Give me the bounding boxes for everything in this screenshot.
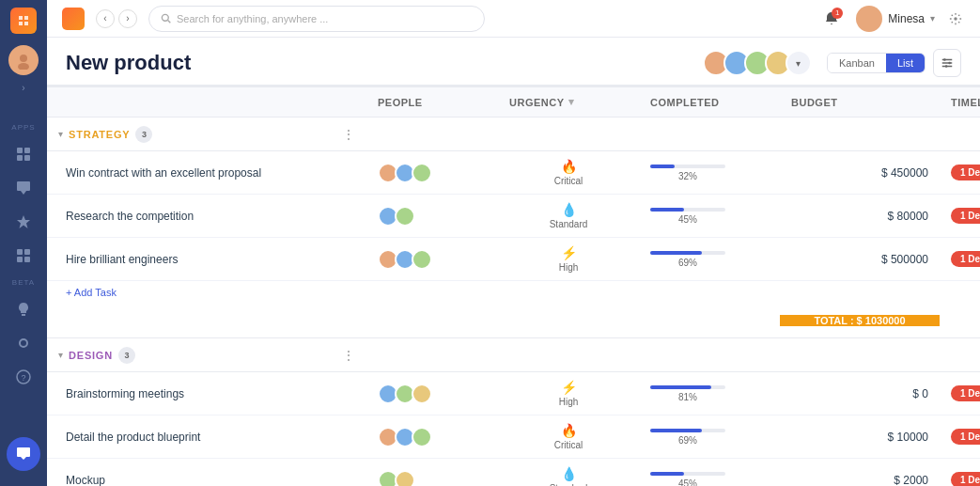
progress-label: 81% bbox=[650, 392, 725, 402]
task-name: Win contract with an excellent proposal bbox=[47, 166, 366, 180]
help-icon[interactable]: ? bbox=[8, 362, 39, 392]
section-chevron-design[interactable]: ▾ bbox=[58, 350, 63, 360]
urgency-icon: ⚡ bbox=[561, 245, 577, 260]
svg-rect-3 bbox=[24, 148, 30, 153]
project-table: PEOPLE URGENCY ▾ COMPLETED BUDGET TIMELI… bbox=[47, 86, 980, 486]
table-row: Win contract with an excellent proposal … bbox=[47, 151, 980, 195]
section-menu-strategy[interactable]: ⋮ bbox=[342, 127, 355, 142]
task-name: Mockup bbox=[47, 474, 366, 487]
topbar-settings-icon[interactable] bbox=[946, 9, 965, 28]
section-count-design: 3 bbox=[118, 347, 135, 364]
task-urgency: 💧 Standard bbox=[498, 466, 639, 486]
section-title-row-strategy: ▾ STRATEGY 3 ⋮ bbox=[47, 118, 980, 151]
task-avatar bbox=[395, 206, 415, 227]
topbar: ‹ › Search for anything, anywhere ... 1 … bbox=[47, 0, 980, 38]
settings-icon[interactable] bbox=[8, 328, 39, 358]
timeline-badge: 1 Dec - 24 Dec bbox=[951, 165, 980, 180]
content-area: PEOPLE URGENCY ▾ COMPLETED BUDGET TIMELI… bbox=[47, 86, 980, 486]
col-urgency: URGENCY ▾ bbox=[498, 96, 639, 108]
chat-icon[interactable] bbox=[8, 173, 39, 203]
timeline-badge: 1 Dec - 31 Jan bbox=[951, 472, 980, 486]
section-strategy: ▾ STRATEGY 3 ⋮ Win contract with an exce… bbox=[47, 118, 980, 338]
table-row: Mockup 💧 Standard 45% $ 2000 1 Dec - 31 … bbox=[47, 459, 980, 486]
task-people bbox=[366, 206, 498, 227]
timeline-badge: 1 Dec - 11 Dec bbox=[951, 429, 980, 445]
task-avatar bbox=[412, 163, 432, 183]
progress-bar-fill bbox=[650, 472, 684, 476]
task-timeline: 1 Dec - 16 Dec bbox=[940, 251, 980, 267]
header-more-members[interactable]: ▾ bbox=[786, 50, 812, 76]
table-row: Research the competition 💧 Standard 45% … bbox=[47, 195, 980, 238]
section-label-design: DESIGN bbox=[69, 350, 113, 361]
lightbulb-icon[interactable] bbox=[8, 294, 39, 324]
search-placeholder: Search for anything, anywhere ... bbox=[177, 13, 328, 24]
task-people bbox=[366, 470, 498, 487]
list-view-button[interactable]: List bbox=[886, 54, 925, 72]
forward-button[interactable]: › bbox=[118, 9, 137, 28]
urgency-label: Standard bbox=[550, 219, 588, 229]
col-timeline: TIMELINE bbox=[940, 97, 980, 108]
chat-bubble-button[interactable] bbox=[7, 437, 40, 471]
svg-point-17 bbox=[948, 62, 951, 65]
task-name: Brainstorming meetings bbox=[47, 387, 366, 400]
sidebar-user-avatar[interactable] bbox=[8, 45, 39, 75]
table-settings-button[interactable] bbox=[933, 49, 961, 77]
star-icon[interactable] bbox=[8, 207, 39, 237]
progress-bar-fill bbox=[650, 251, 702, 255]
progress-bar-bg bbox=[650, 472, 725, 476]
svg-marker-6 bbox=[17, 215, 30, 228]
topbar-logo bbox=[62, 8, 85, 30]
add-task-button[interactable]: + Add Task bbox=[47, 281, 980, 304]
svg-rect-4 bbox=[17, 155, 23, 161]
task-budget: $ 10000 bbox=[780, 431, 940, 444]
notification-button[interactable]: 1 bbox=[818, 6, 845, 32]
task-urgency: 🔥 Critical bbox=[498, 423, 639, 450]
task-timeline: 1 Dec - 3 Dec bbox=[940, 385, 980, 401]
user-avatar bbox=[856, 6, 882, 32]
progress-bar-fill bbox=[650, 429, 702, 432]
page-title: New product bbox=[66, 51, 703, 75]
task-urgency: 💧 Standard bbox=[498, 202, 639, 229]
back-button[interactable]: ‹ bbox=[96, 9, 115, 28]
grid-icon[interactable] bbox=[8, 241, 39, 271]
svg-rect-9 bbox=[17, 257, 23, 262]
search-bar[interactable]: Search for anything, anywhere ... bbox=[148, 6, 485, 32]
task-budget: $ 80000 bbox=[780, 210, 940, 223]
section-menu-design[interactable]: ⋮ bbox=[342, 348, 355, 363]
column-headers: PEOPLE URGENCY ▾ COMPLETED BUDGET TIMELI… bbox=[47, 86, 980, 118]
progress-bar-fill bbox=[650, 165, 675, 168]
svg-point-18 bbox=[945, 65, 948, 68]
progress-label: 69% bbox=[650, 258, 725, 268]
task-timeline: 1 Dec - 24 Dec bbox=[940, 165, 980, 180]
kanban-view-button[interactable]: Kanban bbox=[828, 54, 886, 72]
table-row: Hire brilliant engineers ⚡ High 69% $ 50… bbox=[47, 238, 980, 281]
section-title-row-design: ▾ DESIGN 3 ⋮ bbox=[47, 338, 980, 372]
progress-label: 69% bbox=[650, 435, 725, 446]
timeline-badge: 1 Dec - 15 Dec bbox=[951, 208, 980, 224]
user-name: Minesa bbox=[888, 12, 925, 25]
user-menu[interactable]: Minesa ▾ bbox=[856, 6, 935, 32]
col-people: PEOPLE bbox=[366, 97, 498, 108]
progress-label: 32% bbox=[650, 171, 725, 181]
timeline-badge: 1 Dec - 3 Dec bbox=[951, 385, 980, 401]
urgency-label: High bbox=[559, 262, 579, 273]
task-budget: $ 2000 bbox=[780, 474, 940, 487]
timeline-badge: 1 Dec - 16 Dec bbox=[951, 251, 980, 267]
task-people bbox=[366, 249, 498, 270]
task-completed: 45% bbox=[639, 208, 780, 225]
task-budget: $ 450000 bbox=[780, 166, 940, 180]
svg-rect-7 bbox=[17, 249, 23, 255]
task-urgency: 🔥 Critical bbox=[498, 159, 639, 186]
progress-bar-bg bbox=[650, 208, 725, 212]
progress-bar-bg bbox=[650, 165, 725, 168]
col-budget: BUDGET bbox=[780, 97, 940, 108]
svg-point-16 bbox=[943, 58, 946, 61]
section-chevron-strategy[interactable]: ▾ bbox=[58, 129, 63, 139]
task-avatar bbox=[412, 249, 432, 270]
urgency-label: Critical bbox=[554, 440, 583, 450]
progress-bar-fill bbox=[650, 208, 684, 212]
urgency-icon: 🔥 bbox=[561, 159, 577, 174]
urgency-icon: 💧 bbox=[561, 466, 577, 481]
sidebar-expand-icon[interactable]: › bbox=[22, 83, 24, 93]
apps-icon[interactable] bbox=[8, 139, 39, 169]
